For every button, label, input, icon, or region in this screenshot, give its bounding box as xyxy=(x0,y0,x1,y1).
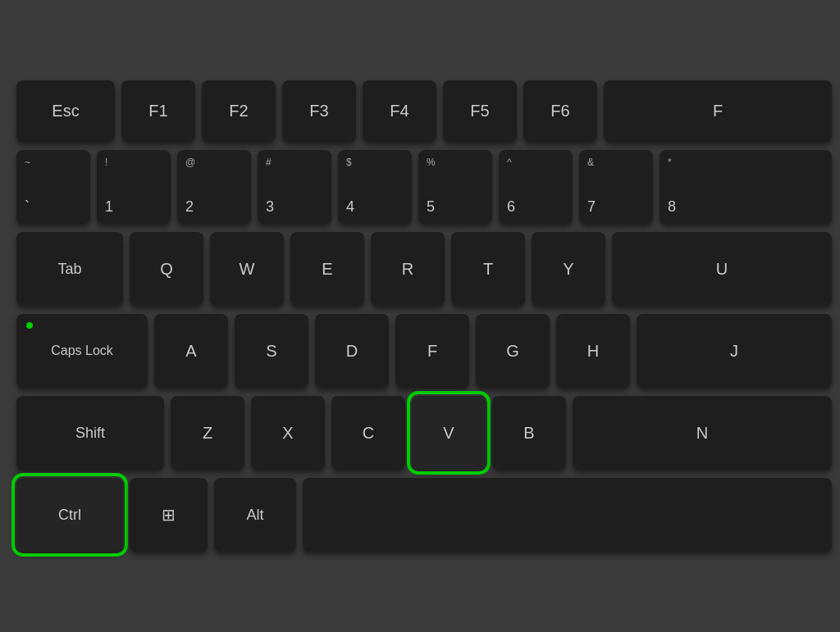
keyboard: Esc F1 F2 F3 F4 F5 F6 F ~ ` ! 1 xyxy=(0,0,840,632)
key-e[interactable]: E xyxy=(290,232,364,306)
key-f4[interactable]: F4 xyxy=(363,80,436,142)
key-v[interactable]: V xyxy=(412,396,486,470)
key-7[interactable]: & 7 xyxy=(579,150,653,224)
key-5[interactable]: % 5 xyxy=(418,150,492,224)
key-r[interactable]: R xyxy=(371,232,445,306)
key-f6[interactable]: F6 xyxy=(523,80,597,142)
qwerty-row: Tab Q W E R T Y U xyxy=(16,232,832,306)
key-z[interactable]: Z xyxy=(171,396,244,470)
zxcv-row: Shift Z X C V B N xyxy=(16,396,832,470)
asdf-row: Caps Lock A S D F G H J xyxy=(16,314,832,388)
bottom-row: Ctrl ⊞ Alt xyxy=(16,478,832,552)
key-1[interactable]: ! 1 xyxy=(97,150,171,224)
key-tab[interactable]: Tab xyxy=(16,232,123,306)
key-f1[interactable]: F1 xyxy=(121,80,195,142)
key-c[interactable]: C xyxy=(331,396,405,470)
key-s[interactable]: S xyxy=(235,314,308,388)
key-6[interactable]: ^ 6 xyxy=(499,150,573,224)
key-h[interactable]: H xyxy=(556,314,630,388)
key-g[interactable]: G xyxy=(476,314,550,388)
key-3[interactable]: # 3 xyxy=(258,150,331,224)
key-x[interactable]: X xyxy=(251,396,325,470)
key-t[interactable]: T xyxy=(451,232,525,306)
key-f[interactable]: F xyxy=(395,314,469,388)
key-space[interactable] xyxy=(303,478,832,552)
key-2[interactable]: @ 2 xyxy=(177,150,251,224)
key-j-partial[interactable]: J xyxy=(637,314,832,388)
key-n-partial[interactable]: N xyxy=(573,396,832,470)
key-q[interactable]: Q xyxy=(130,232,203,306)
key-f2[interactable]: F2 xyxy=(202,80,276,142)
key-8-partial[interactable]: * 8 xyxy=(660,150,832,224)
key-windows[interactable]: ⊞ xyxy=(130,478,208,552)
capslock-indicator xyxy=(26,322,33,329)
fn-row: Esc F1 F2 F3 F4 F5 F6 F xyxy=(16,80,832,142)
key-f5[interactable]: F5 xyxy=(443,80,517,142)
key-f3[interactable]: F3 xyxy=(282,80,356,142)
key-d[interactable]: D xyxy=(315,314,389,388)
key-ctrl[interactable]: Ctrl xyxy=(16,478,123,552)
key-tilde[interactable]: ~ ` xyxy=(16,150,90,224)
number-row: ~ ` ! 1 @ 2 # 3 $ 4 % 5 ^ 6 & 7 xyxy=(16,150,832,224)
key-b[interactable]: B xyxy=(492,396,566,470)
key-u-partial[interactable]: U xyxy=(612,232,832,306)
key-capslock[interactable]: Caps Lock xyxy=(16,314,148,388)
key-shift[interactable]: Shift xyxy=(16,396,164,470)
key-alt[interactable]: Alt xyxy=(214,478,296,552)
key-esc[interactable]: Esc xyxy=(16,80,115,142)
key-f7-partial[interactable]: F xyxy=(604,80,832,142)
key-4[interactable]: $ 4 xyxy=(338,150,412,224)
key-w[interactable]: W xyxy=(210,232,284,306)
key-y[interactable]: Y xyxy=(532,232,605,306)
key-a[interactable]: A xyxy=(154,314,228,388)
